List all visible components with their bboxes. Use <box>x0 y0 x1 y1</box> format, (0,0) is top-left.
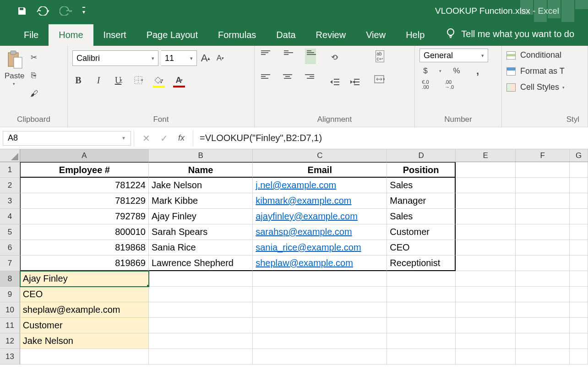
cell-b1[interactable]: Name <box>149 162 253 178</box>
row-header-6[interactable]: 6 <box>0 240 20 256</box>
cell-e7[interactable] <box>456 256 516 271</box>
row-header-2[interactable]: 2 <box>0 178 20 193</box>
tab-page-layout[interactable]: Page Layout <box>136 24 208 46</box>
cell-c12[interactable] <box>253 333 387 349</box>
cell-e13[interactable] <box>456 349 516 365</box>
cell-g11[interactable] <box>570 318 588 333</box>
cell-e5[interactable] <box>456 224 516 240</box>
cell-c4[interactable]: ajayfinley@example.com <box>253 209 387 224</box>
bold-button[interactable]: B <box>72 74 84 86</box>
redo-icon[interactable]: ▾ <box>60 6 72 16</box>
cell-b13[interactable] <box>149 349 253 365</box>
cell-c1[interactable]: Email <box>253 162 387 178</box>
cell-g13[interactable] <box>570 349 588 365</box>
cell-a12[interactable]: Jake Nelson <box>20 333 149 349</box>
row-header-12[interactable]: 12 <box>0 333 20 349</box>
tell-me-search[interactable]: Tell me what you want to do <box>438 22 582 46</box>
row-header-3[interactable]: 3 <box>0 193 20 209</box>
increase-font-icon[interactable]: A▴ <box>200 52 212 64</box>
cell-f8[interactable] <box>516 271 570 287</box>
cell-e4[interactable] <box>456 209 516 224</box>
cell-d4[interactable]: Sales <box>387 209 456 224</box>
cell-d10[interactable] <box>387 302 456 318</box>
cell-b5[interactable]: Sarah Spears <box>149 224 253 240</box>
cell-c6[interactable]: sania_rice@example.com <box>253 240 387 256</box>
cell-f1[interactable] <box>516 162 570 178</box>
format-as-table-button[interactable]: Format as T <box>506 66 565 76</box>
cell-d9[interactable] <box>387 287 456 302</box>
tab-insert[interactable]: Insert <box>93 24 136 46</box>
cell-a1[interactable]: Employee # <box>20 162 149 178</box>
cancel-formula-icon[interactable]: ✕ <box>142 133 150 144</box>
cell-a9[interactable]: CEO <box>20 287 149 302</box>
fx-icon[interactable]: fx <box>178 133 185 143</box>
italic-button[interactable]: I <box>93 74 104 86</box>
cell-a11[interactable]: Customer <box>20 318 149 333</box>
cell-g6[interactable] <box>570 240 588 256</box>
row-header-7[interactable]: 7 <box>0 256 20 271</box>
cell-c7[interactable]: sheplaw@example.com <box>253 256 387 271</box>
cell-a2[interactable]: 781224 <box>20 178 149 193</box>
cell-e6[interactable] <box>456 240 516 256</box>
cell-d11[interactable] <box>387 318 456 333</box>
row-header-10[interactable]: 10 <box>0 302 20 318</box>
align-top-icon[interactable] <box>259 49 270 64</box>
row-header-1[interactable]: 1 <box>0 162 20 178</box>
col-header-d[interactable]: D <box>387 149 456 162</box>
row-header-11[interactable]: 11 <box>0 318 20 333</box>
cell-b12[interactable] <box>149 333 253 349</box>
cell-e1[interactable] <box>456 162 516 178</box>
cell-g7[interactable] <box>570 256 588 271</box>
cell-a13[interactable] <box>20 349 149 365</box>
comma-icon[interactable]: , <box>472 65 484 77</box>
cell-b3[interactable]: Mark Kibbe <box>149 193 253 209</box>
align-center-icon[interactable] <box>282 72 293 88</box>
cell-f13[interactable] <box>516 349 570 365</box>
number-format-select[interactable]: General▾ <box>419 49 488 62</box>
cell-g5[interactable] <box>570 224 588 240</box>
cell-c13[interactable] <box>253 349 387 365</box>
select-all-corner[interactable] <box>0 149 20 162</box>
cell-a3[interactable]: 781229 <box>20 193 149 209</box>
cell-e12[interactable] <box>456 333 516 349</box>
cell-d8[interactable] <box>387 271 456 287</box>
cell-g1[interactable] <box>570 162 588 178</box>
decrease-font-icon[interactable]: A▾ <box>214 52 226 64</box>
align-bottom-icon[interactable] <box>305 49 316 64</box>
cell-g4[interactable] <box>570 209 588 224</box>
cell-b2[interactable]: Jake Nelson <box>149 178 253 193</box>
cell-d3[interactable]: Manager <box>387 193 456 209</box>
cell-b7[interactable]: Lawrence Shepherd <box>149 256 253 271</box>
col-header-e[interactable]: E <box>456 149 516 162</box>
cell-f4[interactable] <box>516 209 570 224</box>
cell-f6[interactable] <box>516 240 570 256</box>
cell-g12[interactable] <box>570 333 588 349</box>
cut-icon[interactable]: ✂ <box>28 51 40 63</box>
tab-file[interactable]: File <box>14 24 49 46</box>
cell-e10[interactable] <box>456 302 516 318</box>
cell-f2[interactable] <box>516 178 570 193</box>
decrease-decimal-icon[interactable]: .00→.0 <box>443 79 455 91</box>
col-header-f[interactable]: F <box>516 149 570 162</box>
cell-c10[interactable] <box>253 302 387 318</box>
cell-g10[interactable] <box>570 302 588 318</box>
increase-indent-icon[interactable] <box>349 76 361 88</box>
increase-decimal-icon[interactable]: €.0.00 <box>419 79 431 91</box>
cell-a4[interactable]: 792789 <box>20 209 149 224</box>
row-header-8[interactable]: 8 <box>0 271 20 287</box>
formula-input[interactable]: =VLOOKUP("Finley",B2:D7,1) <box>193 133 588 143</box>
font-color-button[interactable]: A▾ <box>173 74 185 86</box>
qat-customize-icon[interactable]: ▾ <box>82 7 85 15</box>
cell-f10[interactable] <box>516 302 570 318</box>
undo-icon[interactable]: ▾ <box>37 6 49 16</box>
cell-b11[interactable] <box>149 318 253 333</box>
tab-view[interactable]: View <box>356 24 396 46</box>
align-right-icon[interactable] <box>305 72 316 88</box>
cell-b6[interactable]: Sania Rice <box>149 240 253 256</box>
cell-e8[interactable] <box>456 271 516 287</box>
cell-a7[interactable]: 819869 <box>20 256 149 271</box>
row-header-13[interactable]: 13 <box>0 349 20 365</box>
tab-help[interactable]: Help <box>396 24 435 46</box>
borders-button[interactable]: ▾ <box>133 74 145 86</box>
decrease-indent-icon[interactable] <box>329 76 341 88</box>
